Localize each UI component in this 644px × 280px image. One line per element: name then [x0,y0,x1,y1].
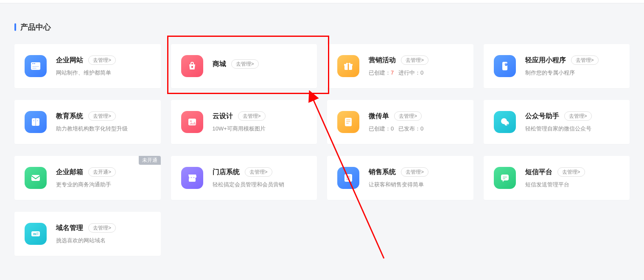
card-title: 教育系统 [56,112,83,121]
card-title: 公众号助手 [525,112,559,121]
list-icon [337,167,359,189]
card-body: 云设计去管理>10W+可商用模板图片 [213,111,307,133]
card-body: 企业邮箱去开通>更专业的商务沟通助手 [56,167,151,189]
card-body: 短信平台去管理>短信发送管理平台 [525,167,620,189]
product-card-email[interactable]: 未开通企业邮箱去开通>更专业的商务沟通助手 [14,156,161,200]
shop-icon [181,167,203,189]
section-title: 产品中心 [14,22,630,32]
manage-button[interactable]: 去管理> [88,55,116,65]
badge-not-open: 未开通 [139,156,161,165]
card-title: 企业邮箱 [56,168,83,177]
card-desc: 制作您的专属小程序 [525,69,620,77]
card-body: 微传单去管理>已创建：0 已发布：0 [369,111,463,133]
book-icon [25,111,47,133]
card-desc: 网站制作、维护都简单 [56,69,151,77]
running-label: 进行中： [398,69,420,76]
product-card-edu[interactable]: 教育系统去管理>助力教培机构数字化转型升级 [14,100,161,144]
card-desc: 轻松搞定会员管理和会员营销 [213,181,307,189]
card-desc: 轻松管理自家的微信公众号 [525,125,620,133]
product-card-miniapp[interactable]: 轻应用小程序去管理>制作您的专属小程序 [484,44,630,88]
manage-button[interactable]: 去管理> [231,59,259,69]
manage-button[interactable]: 去管理> [394,111,422,121]
card-desc: 让获客和销售变得简单 [369,181,463,189]
product-card-wechat[interactable]: 公众号助手去管理>轻松管理自家的微信公众号 [484,100,630,144]
card-body: 销售系统去管理>让获客和销售变得简单 [369,167,463,189]
card-title: 企业网站 [56,56,83,65]
created-value: 7 [391,69,394,76]
manage-button[interactable]: 去管理> [401,167,428,177]
product-card-mall[interactable]: 商城去管理> [171,44,317,88]
manage-button[interactable]: 去管理> [88,223,116,233]
domain-icon [25,223,47,245]
card-body: 公众号助手去管理>轻松管理自家的微信公众号 [525,111,620,133]
running-value: 0 [420,69,423,76]
card-body: 营销活动去管理>已创建：7 进行中：0 [369,55,463,77]
manage-button[interactable]: 去管理> [88,111,116,121]
card-body: 门店系统去管理>轻松搞定会员管理和会员营销 [213,167,307,189]
created-label: 已创建： [369,125,391,132]
created-label: 已创建： [369,69,391,76]
bag-icon [181,55,203,77]
card-title: 营销活动 [369,56,396,65]
product-card-website[interactable]: 企业网站去管理>网站制作、维护都简单 [14,44,161,88]
gift-icon [337,55,359,77]
card-title: 域名管理 [56,224,83,233]
product-grid: 企业网站去管理>网站制作、维护都简单商城去管理>营销活动去管理>已创建：7 进行… [14,44,630,256]
image-icon [181,111,203,133]
mail-icon [25,167,47,189]
product-card-marketing[interactable]: 营销活动去管理>已创建：7 进行中：0 [327,44,473,88]
doc-icon [337,111,359,133]
manage-button[interactable]: 去管理> [238,111,266,121]
manage-button[interactable]: 去管理> [401,55,428,65]
card-title: 短信平台 [525,168,552,177]
card-desc: 更专业的商务沟通助手 [56,181,151,189]
card-stats: 已创建：0 已发布：0 [369,125,463,133]
manage-button[interactable]: 去管理> [564,111,592,121]
card-body: 域名管理去管理>挑选喜欢的网站域名 [56,223,151,244]
product-card-sms[interactable]: 短信平台去管理>短信发送管理平台 [484,156,630,200]
product-card-sales[interactable]: 销售系统去管理>让获客和销售变得简单 [327,156,473,200]
product-center-section: 产品中心 企业网站去管理>网站制作、维护都简单商城去管理>营销活动去管理>已创建… [0,3,644,256]
manage-button[interactable]: 去管理> [245,167,272,177]
wechat-icon [494,111,516,133]
card-title: 微传单 [369,112,389,121]
card-title: 门店系统 [213,168,240,177]
created-value: 0 [391,125,394,132]
card-desc: 助力教培机构数字化转型升级 [56,125,151,133]
browser-icon [25,55,47,77]
phone-icon [494,55,516,77]
product-card-design[interactable]: 云设计去管理>10W+可商用模板图片 [171,100,317,144]
card-body: 教育系统去管理>助力教培机构数字化转型升级 [56,111,151,133]
open-button[interactable]: 去开通> [88,167,116,177]
product-card-domain[interactable]: 域名管理去管理>挑选喜欢的网站域名 [14,212,161,256]
card-body: 轻应用小程序去管理>制作您的专属小程序 [525,55,620,77]
card-body: 企业网站去管理>网站制作、维护都简单 [56,55,151,77]
card-title: 销售系统 [369,168,396,177]
card-body: 商城去管理> [213,59,307,73]
running-label: 已发布： [398,125,420,132]
chat-icon [494,167,516,189]
running-value: 0 [420,125,423,132]
card-title: 云设计 [213,112,233,121]
card-title: 商城 [213,60,226,69]
product-card-leaflet[interactable]: 微传单去管理>已创建：0 已发布：0 [327,100,473,144]
card-desc: 10W+可商用模板图片 [213,125,307,133]
top-bar [0,0,644,3]
card-title: 轻应用小程序 [525,56,566,65]
card-stats: 已创建：7 进行中：0 [369,69,463,77]
card-desc: 挑选喜欢的网站域名 [56,237,151,244]
manage-button[interactable]: 去管理> [571,55,599,65]
product-card-store[interactable]: 门店系统去管理>轻松搞定会员管理和会员营销 [171,156,317,200]
card-desc: 短信发送管理平台 [525,181,620,189]
manage-button[interactable]: 去管理> [557,167,585,177]
